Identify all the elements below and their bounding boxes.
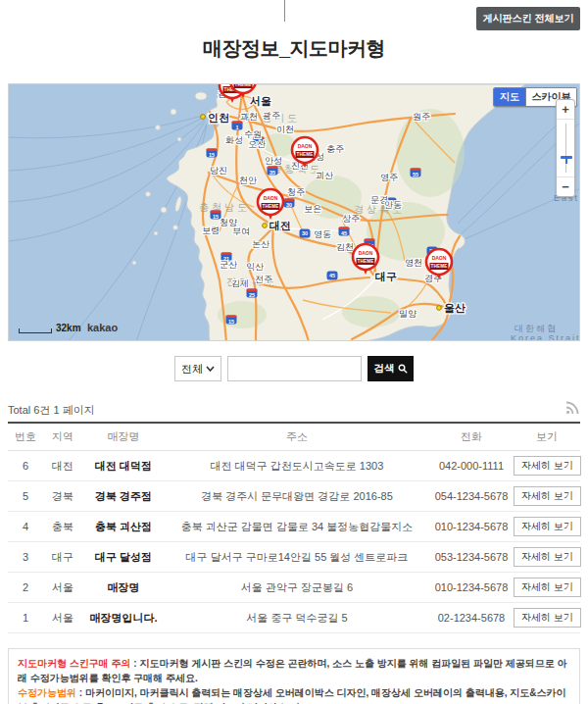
svg-text:보령: 보령 [202,226,220,235]
table-row: 2 서울 매장명 서울 관악구 장군봉길 6 010-1234-5678 자세히… [8,573,580,603]
svg-text:충주: 충주 [326,144,344,154]
cell-no: 5 [8,490,43,502]
svg-text:Korea Strait: Korea Strait [511,333,580,341]
cell-store-name[interactable]: 매장명입니다. [82,611,165,626]
view-detail-button[interactable]: 자세히 보기 [514,486,581,506]
svg-text:원주: 원주 [413,112,430,122]
svg-text:DAON: DAON [359,250,373,256]
svg-text:익산: 익산 [246,262,264,272]
svg-text:청양: 청양 [220,218,237,227]
chevron-down-icon [206,366,215,372]
col-header-address: 주소 [165,429,429,444]
cell-phone: 053-1234-5678 [429,551,514,563]
cell-region: 대전 [43,459,82,474]
cell-address: 대전 대덕구 갑천도시고속도로 1303 [165,459,429,474]
svg-text:대전: 대전 [270,220,291,231]
cell-store-name[interactable]: 대구 달성점 [82,550,165,565]
zoom-slider[interactable] [557,120,574,176]
table-row: 4 충북 충북 괴산점 충북 괴산군 감물면 감물로 34 불정농협감물지소 0… [8,512,580,542]
svg-text:군산: 군산 [220,260,237,270]
search-button[interactable]: 검색 [368,356,414,381]
svg-text:1: 1 [235,125,238,130]
cell-no: 6 [8,460,43,472]
svg-text:화성: 화성 [225,135,243,145]
cell-region: 대구 [43,550,82,565]
svg-text:과천: 과천 [240,112,258,122]
total-count: Total 6건 1 페이지 [8,403,95,418]
svg-text:전주: 전주 [255,275,272,284]
notice-line-2: 수정가능범위 : 마커이미지, 마커클릭시 출력되는 매장상세 오버레이박스 디… [18,685,570,704]
svg-text:THEME: THEME [296,152,313,157]
cell-store-name[interactable]: 충북 괴산점 [82,520,165,534]
svg-text:DAON: DAON [298,143,313,149]
col-header-no: 번호 [8,429,43,444]
table-row: 6 대전 대전 대덕점 대전 대덕구 갑천도시고속도로 1303 042-000… [8,451,580,481]
svg-text:보은: 보은 [304,204,321,214]
svg-text:15: 15 [213,214,219,220]
cell-address: 서울 관악구 장군봉길 6 [165,580,429,595]
kakao-logo: kakao [87,323,118,333]
svg-text:THEME: THEME [430,264,447,269]
view-all-skins-button[interactable]: 게시판스킨 전체보기 [476,7,580,30]
svg-text:45: 45 [341,230,347,236]
table-row: 3 대구 대구 달성점 대구 달서구 구마로14안길 55 월성 센트로파크 0… [8,542,580,573]
zoom-in-button[interactable]: + [557,100,574,120]
svg-text:안성: 안성 [265,156,282,166]
cell-no: 1 [8,612,43,624]
cell-store-name[interactable]: 경북 경주점 [82,489,165,504]
svg-text:DAON: DAON [264,195,278,201]
cell-no: 2 [8,581,43,593]
svg-text:논산: 논산 [252,239,270,249]
svg-text:45: 45 [329,273,335,278]
table-row: 5 경북 경북 경주점 경북 경주시 문무대왕면 경감로 2016-85 054… [8,481,580,512]
search-icon [398,364,408,374]
svg-text:이천: 이천 [276,125,294,134]
svg-text:THEME: THEME [234,84,251,87]
svg-text:25: 25 [249,292,255,298]
svg-text:35: 35 [270,170,275,176]
rss-icon[interactable] [565,401,579,415]
purchase-notice-box: 지도마커형 스킨구매 주의 : 지도마커형 게시판 스킨의 수정은 곤란하며, … [8,648,580,704]
cell-phone: 010-1234-5678 [429,521,514,532]
cell-region: 서울 [43,611,82,626]
map-type-map-button[interactable]: 지도 [494,88,525,106]
svg-text:충청남도: 충청남도 [199,202,250,213]
view-detail-button[interactable]: 자세히 보기 [514,517,581,536]
cell-address: 경북 경주시 문무대왕면 경감로 2016-85 [165,489,429,504]
cell-region: 경북 [43,489,82,504]
cell-phone: 02-1234-5678 [429,612,514,624]
kakao-map[interactable]: 경기도 충청남도 충청북도 전라북도 경상북도 1 15 17 35 30 15… [8,83,580,341]
zoom-slider-handle[interactable] [561,156,572,159]
svg-text:30: 30 [302,230,308,236]
cell-store-name[interactable]: 매장명 [82,580,165,595]
map-canvas: 경기도 충청남도 충청북도 전라북도 경상북도 1 15 17 35 30 15… [9,84,580,341]
view-detail-button[interactable]: 자세히 보기 [514,578,581,597]
cell-store-name[interactable]: 대전 대덕점 [82,459,165,474]
col-header-view: 보기 [514,429,580,444]
svg-text:영천: 영천 [405,258,422,268]
zoom-out-button[interactable]: − [557,176,574,196]
svg-text:수원: 수원 [244,129,262,139]
svg-text:30: 30 [286,202,292,208]
search-input[interactable] [227,356,362,381]
cell-no: 3 [8,551,43,563]
svg-text:15: 15 [228,319,234,325]
notice-line-1: 지도마커형 스킨구매 주의 : 지도마커형 게시판 스킨의 수정은 곤란하며, … [18,656,570,685]
svg-text:울산: 울산 [444,302,466,314]
view-detail-button[interactable]: 자세히 보기 [514,456,581,476]
view-detail-button[interactable]: 자세히 보기 [514,608,581,628]
svg-text:부여: 부여 [232,226,250,236]
svg-text:대한해협: 대한해협 [514,324,558,333]
search-filter-select[interactable]: 전체 [174,356,221,381]
svg-text:오산: 오산 [248,139,266,149]
page-title: 매장정보_지도마커형 [0,35,588,62]
svg-text:15: 15 [209,152,215,158]
cell-address: 대구 달서구 구마로14안길 55 월성 센트로파크 [165,550,429,565]
svg-text:영동: 영동 [314,229,331,239]
col-header-phone: 전화 [429,429,514,444]
cell-region: 서울 [43,580,82,595]
svg-text:괴산: 괴산 [316,171,333,180]
notice-scope-label: 수정가능범위 [18,687,76,698]
view-detail-button[interactable]: 자세히 보기 [514,547,581,567]
store-table: 번호 지역 매장명 주소 전화 보기 6 대전 대전 대덕점 대전 대덕구 갑천… [8,422,580,633]
